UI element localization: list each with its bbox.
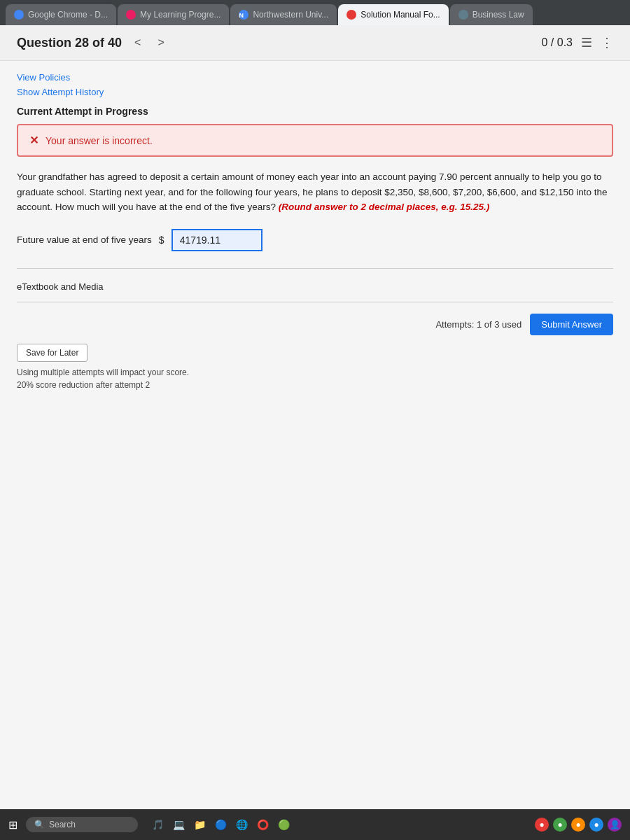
score-note: Using multiple attempts will impact your… [17, 366, 613, 391]
score-note-line2: 20% score reduction after attempt 2 [17, 379, 613, 391]
save-section: Save for Later Using multiple attempts w… [17, 344, 613, 391]
taskbar-right-icon-1[interactable]: ● [535, 818, 549, 832]
question-nav: Question 28 of 40 < > [17, 35, 169, 50]
answer-row: Future value at end of five years $ [17, 229, 613, 251]
taskbar-right-icons: ● ● ● ● 👤 [535, 818, 622, 832]
question-body: Your grandfather has agreed to deposit a… [17, 169, 613, 215]
tab-chrome[interactable]: Google Chrome - D... [6, 4, 116, 25]
bottom-bar: Attempts: 1 of 3 used Submit Answer [17, 308, 613, 344]
tab-icon-chrome [14, 10, 24, 20]
etextbook-label[interactable]: eTextbook and Media [17, 281, 104, 292]
tab-label-chrome: Google Chrome - D... [28, 10, 108, 20]
tab-business-law[interactable]: Business Law [450, 4, 533, 25]
page-area: Question 28 of 40 < > 0 / 0.3 ☰ ⋮ View P… [0, 25, 630, 809]
browser-tabs: Google Chrome - D... My Learning Progre.… [0, 0, 630, 25]
answer-input[interactable] [172, 229, 262, 251]
taskbar-app-icons: 🎵 💻 📁 🔵 🌐 ⭕ 🟢 [149, 816, 292, 833]
taskbar-right-icon-2[interactable]: ● [553, 818, 567, 832]
error-message: Your answer is incorrect. [46, 135, 153, 146]
search-icon: 🔍 [34, 820, 45, 830]
tab-icon-northwestern: N [239, 10, 248, 20]
score-note-line1: Using multiple attempts will impact your… [17, 366, 613, 379]
divider-2 [17, 302, 613, 302]
list-icon[interactable]: ☰ [581, 35, 592, 50]
tab-label-solution: Solution Manual Fo... [360, 10, 440, 20]
tab-label-business-law: Business Law [472, 10, 524, 20]
tab-label-learning: My Learning Progre... [140, 10, 220, 20]
taskbar-icon-7[interactable]: 🟢 [275, 816, 292, 833]
answer-label: Future value at end of five years [17, 234, 152, 245]
tab-learning[interactable]: My Learning Progre... [118, 4, 229, 25]
question-title: Question 28 of 40 [17, 36, 122, 50]
error-icon: ✕ [29, 134, 38, 147]
taskbar-icon-4[interactable]: 🔵 [212, 816, 229, 833]
taskbar-right-icon-4[interactable]: ● [589, 818, 603, 832]
windows-start-button[interactable]: ⊞ [8, 818, 18, 832]
tab-icon-learning [126, 10, 136, 20]
view-policies-link[interactable]: View Policies [17, 72, 613, 83]
question-score-area: 0 / 0.3 ☰ ⋮ [542, 35, 613, 50]
current-attempt-label: Current Attempt in Progress [17, 106, 613, 117]
nav-prev-button[interactable]: < [130, 35, 145, 50]
dollar-sign: $ [159, 234, 164, 246]
attempts-text: Attempts: 1 of 3 used [435, 319, 522, 330]
taskbar-right-icon-3[interactable]: ● [571, 818, 585, 832]
taskbar: ⊞ 🔍 Search 🎵 💻 📁 🔵 🌐 ⭕ 🟢 ● ● ● ● 👤 [0, 809, 630, 840]
nav-next-button[interactable]: > [153, 35, 168, 50]
taskbar-search-box[interactable]: 🔍 Search [26, 817, 138, 832]
tab-solution[interactable]: Solution Manual Fo... [338, 4, 448, 25]
taskbar-icon-1[interactable]: 🎵 [149, 816, 166, 833]
taskbar-icon-2[interactable]: 💻 [170, 816, 187, 833]
save-for-later-button[interactable]: Save for Later [17, 344, 88, 362]
divider [17, 268, 613, 269]
question-header: Question 28 of 40 < > 0 / 0.3 ☰ ⋮ [0, 25, 630, 61]
question-score: 0 / 0.3 [542, 36, 573, 49]
taskbar-icon-3[interactable]: 📁 [191, 816, 208, 833]
error-box: ✕ Your answer is incorrect. [17, 124, 613, 157]
taskbar-icon-6[interactable]: ⭕ [254, 816, 271, 833]
show-attempt-history-link[interactable]: Show Attempt History [17, 87, 613, 97]
taskbar-search-label: Search [49, 820, 76, 830]
tab-icon-solution [346, 10, 356, 20]
tab-northwestern[interactable]: N Northwestern Univ... [230, 4, 337, 25]
submit-answer-button[interactable]: Submit Answer [530, 314, 613, 335]
content-area: View Policies Show Attempt History Curre… [0, 61, 630, 402]
tab-icon-business-law [458, 10, 468, 20]
question-note: (Round answer to 2 decimal places, e.g. … [279, 202, 490, 212]
etextbook-section: eTextbook and Media [17, 274, 613, 296]
taskbar-right-icon-5[interactable]: 👤 [608, 818, 622, 832]
taskbar-icon-5[interactable]: 🌐 [233, 816, 250, 833]
tab-label-northwestern: Northwestern Univ... [253, 10, 328, 20]
more-options-icon[interactable]: ⋮ [601, 35, 613, 50]
